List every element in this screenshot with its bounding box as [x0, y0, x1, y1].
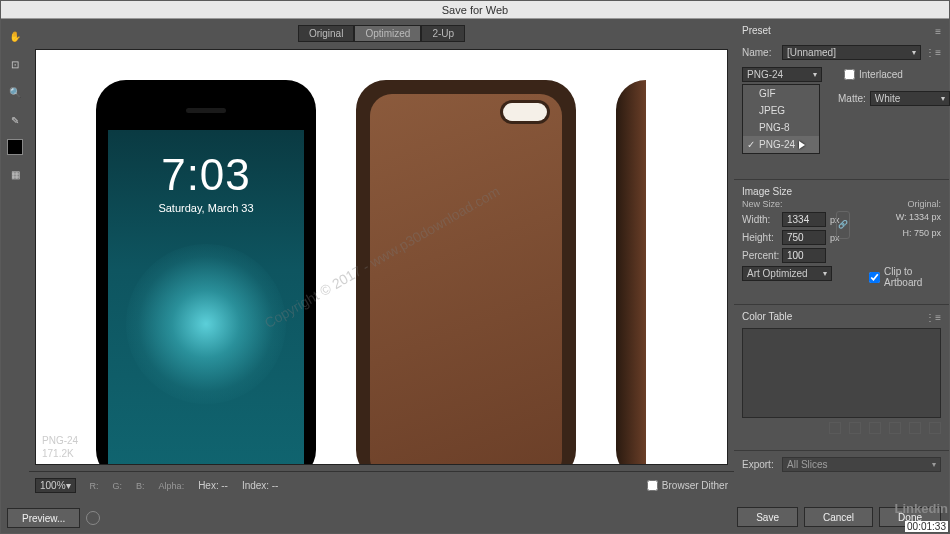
toolbar: ✋ ⊡ 🔍 ✎ ▦: [1, 19, 29, 499]
g-label: G:: [113, 481, 123, 491]
phone-mockup: 7:03 Saturday, March 33: [96, 80, 316, 465]
video-timecode: 00:01:33: [905, 521, 948, 532]
preset-menu-icon[interactable]: ≡: [935, 26, 941, 37]
format-option-png8[interactable]: PNG-8: [743, 119, 819, 136]
format-option-gif[interactable]: GIF: [743, 85, 819, 102]
settings-panel: Preset≡ Name: [Unnamed]▾ ⋮≡ PNG-24▾ GIF …: [734, 19, 949, 499]
format-select[interactable]: PNG-24▾: [742, 67, 822, 82]
zoom-select[interactable]: 100% ▾: [35, 478, 76, 493]
phone-time: 7:03: [161, 150, 251, 200]
clip-artboard-checkbox[interactable]: Clip to Artboard: [869, 266, 941, 288]
export-label: Export:: [742, 459, 778, 470]
height-label: Height:: [742, 232, 778, 243]
original-width: W: 1334 px: [869, 212, 941, 222]
tab-optimized[interactable]: Optimized: [354, 25, 421, 42]
cancel-button[interactable]: Cancel: [804, 507, 873, 527]
preset-name-select[interactable]: [Unnamed]▾: [782, 45, 921, 60]
view-tabs: Original Optimized 2-Up: [29, 23, 734, 43]
format-dropdown: GIF JPEG PNG-8 PNG-24: [742, 84, 820, 154]
original-label: Original:: [869, 199, 941, 209]
width-label: Width:: [742, 214, 778, 225]
preview-button[interactable]: Preview...: [7, 508, 80, 528]
percent-label: Percent:: [742, 250, 778, 261]
cursor-icon: [799, 141, 805, 149]
index-label: Index: --: [242, 480, 278, 491]
preview-info: PNG-24 171.2K: [42, 434, 78, 460]
quality-select[interactable]: Art Optimized▾: [742, 266, 832, 281]
eyedropper-tool-icon[interactable]: ✎: [6, 111, 24, 129]
image-size-label: Image Size: [742, 186, 941, 197]
phone-case-mockup: [356, 80, 576, 465]
color-table: [742, 328, 941, 418]
tab-original[interactable]: Original: [298, 25, 354, 42]
slice-tool-icon[interactable]: ⊡: [6, 55, 24, 73]
browser-preview-icon[interactable]: [86, 511, 100, 525]
slice-visibility-icon[interactable]: ▦: [6, 165, 24, 183]
preset-label: Preset: [742, 25, 771, 36]
link-dimensions-icon[interactable]: 🔗: [836, 211, 850, 239]
colortable-menu-icon[interactable]: ⋮≡: [925, 312, 941, 323]
phone-case-partial: [616, 80, 646, 465]
matte-select[interactable]: White▾: [870, 91, 950, 106]
new-size-label: New Size:: [742, 199, 859, 209]
b-label: B:: [136, 481, 145, 491]
original-height: H: 750 px: [869, 228, 941, 238]
format-option-png24[interactable]: PNG-24: [743, 136, 819, 153]
color-swatch[interactable]: [7, 139, 23, 155]
color-table-label: Color Table: [742, 311, 792, 322]
browser-dither-checkbox[interactable]: Browser Dither: [647, 480, 728, 491]
format-option-jpeg[interactable]: JPEG: [743, 102, 819, 119]
preset-options-icon[interactable]: ⋮≡: [925, 47, 941, 58]
preview-canvas[interactable]: 7:03 Saturday, March 33 Copyright © 2017…: [35, 49, 728, 465]
phone-date: Saturday, March 33: [158, 202, 253, 214]
save-button[interactable]: Save: [737, 507, 798, 527]
export-select[interactable]: All Slices▾: [782, 457, 941, 472]
hex-label: Hex: --: [198, 480, 228, 491]
alpha-label: Alpha:: [159, 481, 185, 491]
percent-input[interactable]: [782, 248, 826, 263]
height-input[interactable]: [782, 230, 826, 245]
width-input[interactable]: [782, 212, 826, 227]
interlaced-checkbox[interactable]: Interlaced: [844, 69, 903, 80]
hand-tool-icon[interactable]: ✋: [6, 27, 24, 45]
r-label: R:: [90, 481, 99, 491]
name-label: Name:: [742, 47, 778, 58]
matte-label: Matte:: [838, 93, 866, 104]
linkedin-branding: Linkedin: [895, 501, 948, 516]
zoom-tool-icon[interactable]: 🔍: [6, 83, 24, 101]
colortable-action-icons: [742, 422, 941, 434]
window-title: Save for Web: [1, 1, 949, 19]
tab-2up[interactable]: 2-Up: [421, 25, 465, 42]
